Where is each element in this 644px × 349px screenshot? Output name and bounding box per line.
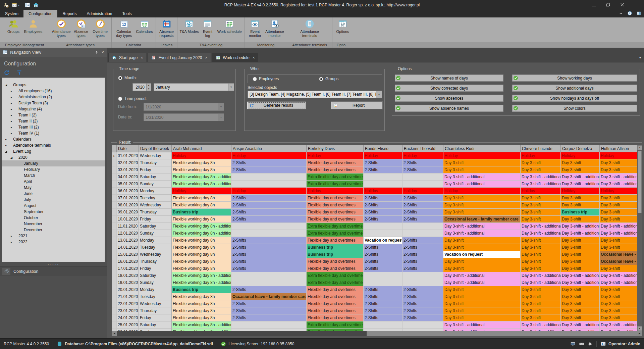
schedule-cell[interactable]: Day 3-shift - additional bbox=[521, 230, 561, 237]
tree-item-october[interactable]: October bbox=[2, 215, 105, 221]
ribbon-item-absence-types[interactable]: 12Absence types bbox=[72, 19, 91, 38]
tree-item-february[interactable]: February bbox=[2, 166, 105, 172]
ribbon-item-calendars[interactable]: Calendars bbox=[135, 19, 154, 34]
schedule-cell[interactable]: Day 3-shift - additional bbox=[600, 329, 637, 331]
schedule-cell[interactable]: Holiday bbox=[231, 152, 307, 159]
schedule-cell[interactable]: Day 3-shift bbox=[561, 251, 600, 258]
day-cell[interactable]: Sunday bbox=[139, 230, 172, 237]
schedule-cell[interactable]: Holiday bbox=[307, 188, 364, 195]
schedule-cell[interactable]: Extra flexible day and overtimes bbox=[307, 173, 364, 181]
schedule-cell[interactable]: 2-Shifts bbox=[231, 258, 307, 265]
row-marker[interactable] bbox=[112, 209, 117, 216]
schedule-cell[interactable]: Day 3-shift - additional bbox=[521, 279, 561, 286]
column-header-buckner-thorvald[interactable]: Buckner Thorvald bbox=[402, 145, 443, 152]
schedule-cell[interactable]: Day 3-shift bbox=[561, 159, 600, 166]
schedule-cell[interactable]: Holiday bbox=[402, 188, 443, 195]
schedule-cell[interactable]: Day 3-shift - additional bbox=[600, 321, 637, 329]
schedule-cell[interactable]: Flexible working day 8h bbox=[172, 237, 231, 244]
year-spinner[interactable]: 2020 ▲▼ bbox=[132, 83, 151, 91]
tree-item-2022[interactable]: ▸2022 bbox=[2, 239, 105, 245]
day-cell[interactable]: Tuesday bbox=[139, 244, 172, 251]
schedule-cell[interactable] bbox=[402, 181, 443, 188]
column-header-marker[interactable] bbox=[112, 145, 117, 152]
schedule-cell[interactable]: Flexible day and overtimes bbox=[307, 195, 364, 202]
ribbon-item-t-a-modes[interactable]: T&A Modes bbox=[179, 19, 200, 34]
column-header-corpuz-demelza[interactable]: Corpuz Demelza bbox=[561, 145, 600, 152]
card-menu-button[interactable]: ▾ bbox=[11, 2, 19, 8]
schedule-cell[interactable]: Day 3-shift bbox=[443, 286, 521, 293]
schedule-cell[interactable]: Holiday bbox=[600, 152, 637, 159]
schedule-cell[interactable]: Day 3-shift bbox=[600, 202, 637, 209]
schedule-cell[interactable]: Day 3-shift bbox=[561, 293, 600, 300]
schedule-cell[interactable]: 2-Shifts bbox=[402, 314, 443, 321]
column-header-day-of-the-week[interactable]: Day of the week bbox=[139, 145, 172, 152]
tree-item-all-employees-16[interactable]: ▸All employees (16) bbox=[2, 88, 105, 94]
schedule-cell[interactable]: Flexible day and overtimes bbox=[307, 293, 364, 300]
row-marker[interactable] bbox=[112, 258, 117, 265]
schedule-cell[interactable]: Day 3-shift bbox=[600, 159, 637, 166]
schedule-cell[interactable]: 2-Shifts bbox=[402, 209, 443, 216]
schedule-cell[interactable]: Day 3-shift bbox=[600, 216, 637, 223]
schedule-cell[interactable]: Day 3-shift bbox=[443, 202, 521, 209]
schedule-cell[interactable]: Day 3-shift bbox=[521, 216, 561, 223]
date-cell[interactable]: 23.01.2020 bbox=[117, 307, 139, 314]
schedule-cell[interactable]: 2-Shifts bbox=[364, 166, 402, 173]
schedule-cell[interactable]: 2-Shifts bbox=[231, 300, 307, 307]
schedule-cell[interactable]: Occasional leave - family member care bbox=[231, 293, 307, 300]
row-marker[interactable] bbox=[112, 223, 117, 230]
schedule-cell[interactable]: Flexible working day 8h - additional bbox=[172, 181, 231, 188]
schedule-cell[interactable]: 2-Shifts bbox=[364, 159, 402, 166]
date-cell[interactable]: 03.01.2020 bbox=[117, 166, 139, 173]
tree-expand-icon[interactable]: ▸ bbox=[9, 108, 13, 111]
option-toggle-show-colors[interactable]: Show colors bbox=[512, 105, 637, 112]
refresh-icon[interactable] bbox=[3, 69, 10, 76]
tree-item-2021[interactable]: ▸2021 bbox=[2, 233, 105, 239]
schedule-cell[interactable]: Flexible day and overtimes bbox=[307, 286, 364, 293]
tree-expand-icon[interactable]: ▸ bbox=[9, 132, 13, 135]
schedule-cell[interactable]: Day 3-shift bbox=[443, 209, 521, 216]
schedule-cell[interactable]: Day 3-shift bbox=[561, 286, 600, 293]
day-cell[interactable]: Wednesday bbox=[139, 152, 172, 159]
schedule-cell[interactable]: 2-Shifts bbox=[402, 166, 443, 173]
column-header-chambless-rudi[interactable]: Chambless Rudi bbox=[443, 145, 521, 152]
nav-close-icon[interactable]: × bbox=[101, 50, 104, 55]
schedule-cell[interactable]: 2-Shifts bbox=[402, 258, 443, 265]
schedule-cell[interactable]: 2-Shifts bbox=[231, 314, 307, 321]
schedule-cell[interactable]: Flexible day and overtimes bbox=[307, 258, 364, 265]
row-marker[interactable] bbox=[112, 188, 117, 195]
schedule-cell[interactable]: Day 3-shift bbox=[521, 258, 561, 265]
schedule-cell[interactable]: Day 3-shift bbox=[521, 307, 561, 314]
schedule-cell[interactable]: Flexible day and overtimes bbox=[307, 159, 364, 166]
tree-item-team-i-2[interactable]: ▸Team I (2) bbox=[2, 112, 105, 118]
ribbon-item-absence-requests[interactable]: Absence requests bbox=[157, 19, 176, 38]
schedule-cell[interactable]: Holiday bbox=[307, 152, 364, 159]
schedule-cell[interactable]: Day 3-shift bbox=[561, 307, 600, 314]
schedule-cell[interactable]: Day 3-shift - additional bbox=[600, 230, 637, 237]
schedule-cell[interactable]: Day 3-shift bbox=[443, 307, 521, 314]
schedule-cell[interactable]: Day 3-shift bbox=[600, 286, 637, 293]
schedule-cell[interactable]: Flexible day and overtimes bbox=[307, 307, 364, 314]
schedule-cell[interactable]: Flexible day and overtimes bbox=[307, 166, 364, 173]
schedule-cell[interactable]: Holiday bbox=[521, 152, 561, 159]
schedule-cell[interactable]: 2-Shifts bbox=[364, 258, 402, 265]
schedule-cell[interactable]: Flexible working day 8h bbox=[172, 159, 231, 166]
tree-expand-icon[interactable]: ▸ bbox=[9, 90, 13, 93]
date-cell[interactable]: 01.01.2020 bbox=[117, 152, 139, 159]
schedule-cell[interactable]: Flexible day and overtimes bbox=[307, 209, 364, 216]
date-cell[interactable]: 05.01.2020 bbox=[117, 181, 139, 188]
schedule-cell[interactable]: 2-Shifts bbox=[402, 293, 443, 300]
date-cell[interactable]: 19.01.2020 bbox=[117, 279, 139, 286]
vertical-scrollbar[interactable]: ▲ ▼ bbox=[637, 145, 642, 331]
tab-event-log-january-2020[interactable]: Event Log January 2020× bbox=[148, 53, 211, 62]
schedule-cell[interactable]: Day 3-shift - additional bbox=[561, 173, 600, 181]
schedule-cell[interactable]: Day 3-shift bbox=[561, 237, 600, 244]
row-marker[interactable] bbox=[112, 159, 117, 166]
checkbox-checked-icon[interactable] bbox=[513, 106, 518, 111]
tree-item-april[interactable]: April bbox=[2, 179, 105, 185]
schedule-cell[interactable]: Day 3-shift bbox=[600, 244, 637, 251]
tree-item-november[interactable]: November bbox=[2, 221, 105, 227]
schedule-cell[interactable]: Day 3-shift bbox=[561, 314, 600, 321]
keyboard-icon[interactable] bbox=[579, 341, 584, 347]
schedule-cell[interactable]: 2-Shifts bbox=[231, 159, 307, 166]
day-cell[interactable]: Friday bbox=[139, 216, 172, 223]
